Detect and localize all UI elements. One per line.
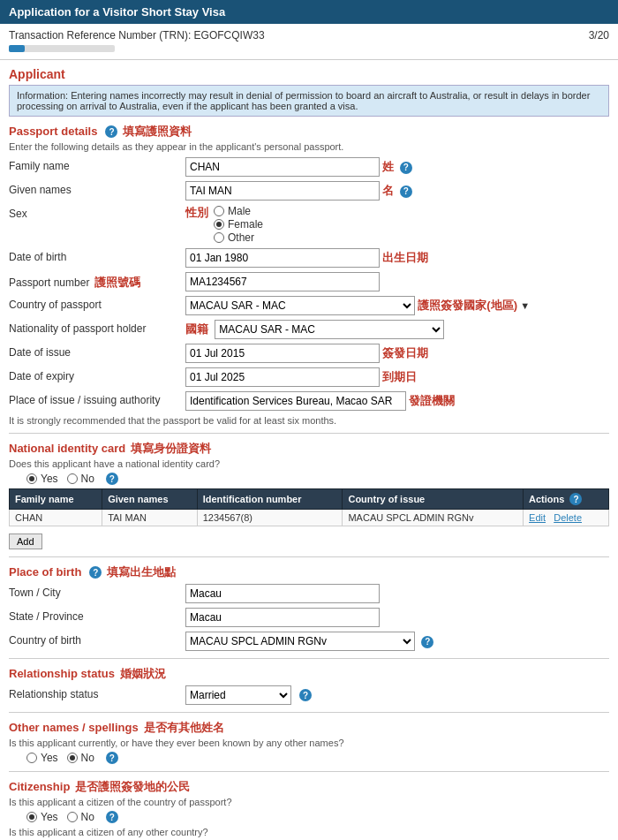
country-passport-label: Country of passport: [9, 296, 185, 311]
national-id-no-radio[interactable]: [67, 473, 78, 484]
citizenship-title: Citizenship: [9, 780, 70, 793]
passport-number-input[interactable]: [185, 272, 380, 291]
relationship-title: Relationship status: [9, 667, 115, 680]
citizenship-question1: Is this applicant a citizen of the count…: [9, 797, 609, 807]
place-birth-title: Place of birth: [9, 565, 81, 579]
state-province-input[interactable]: [185, 608, 380, 627]
nationality-select[interactable]: MACAU SAR - MAC: [215, 320, 444, 339]
national-id-col-country: Country of issue: [343, 489, 524, 510]
passport-number-label: Passport number 護照號碼: [9, 272, 185, 291]
passport-number-annotation: 護照號碼: [94, 276, 140, 289]
date-expiry-value: 到期日: [185, 367, 609, 387]
nationality-annotation: 國籍: [185, 322, 208, 336]
dob-value: 出生日期: [185, 248, 609, 268]
given-names-help-icon[interactable]: ?: [400, 185, 412, 198]
national-id-yes-radio[interactable]: [26, 473, 37, 484]
date-issue-row: Date of issue 簽發日期: [9, 344, 609, 363]
national-id-col-givennames: Given names: [102, 489, 198, 510]
other-names-yes-radio[interactable]: [26, 753, 37, 763]
national-id-add-button[interactable]: Add: [9, 534, 42, 549]
passport-subtitle: Enter the following details as they appe…: [9, 141, 609, 152]
national-id-help-icon[interactable]: ?: [106, 473, 118, 485]
national-id-cell-country: MACAU SPCL ADMIN RGNv: [343, 510, 524, 526]
top-bar: Transaction Reference Number (TRN): EGOF…: [0, 24, 618, 60]
citizenship-help1-icon[interactable]: ?: [106, 811, 118, 823]
citizenship-no1-radio[interactable]: [67, 812, 78, 822]
national-id-cell-idnumber: 1234567(8): [197, 510, 343, 526]
country-passport-select[interactable]: MACAU SAR - MAC: [185, 296, 415, 315]
given-names-row: Given names 名 ?: [9, 181, 609, 201]
dob-row: Date of birth 出生日期: [9, 248, 609, 268]
country-birth-select[interactable]: MACAU SPCL ADMIN RGNv: [185, 632, 415, 651]
relationship-dropdown-wrapper: Married Single Divorced ?: [185, 685, 609, 705]
sex-female-radio[interactable]: [214, 219, 224, 230]
national-id-actions-help[interactable]: ?: [569, 493, 582, 505]
trn-text: Transaction Reference Number (TRN): EGOF…: [9, 29, 265, 42]
national-id-cell-actions: Edit Delete: [524, 510, 609, 526]
date-issue-value: 簽發日期: [185, 344, 609, 363]
place-birth-annotation: 填寫出生地點: [107, 564, 176, 580]
family-name-row: Family name 姓 ?: [9, 157, 609, 177]
passport-number-value: [185, 272, 609, 291]
other-names-title: Other names / spellings: [9, 721, 139, 734]
national-id-section: National identity card 填寫身份證資料 Does this…: [9, 441, 609, 549]
citizenship-question2: Is this applicant a citizen of any other…: [9, 827, 609, 837]
sex-male-option[interactable]: Male: [214, 205, 263, 217]
divider-2: [9, 556, 609, 557]
place-issue-value: 發證機關: [185, 391, 609, 411]
date-expiry-row: Date of expiry 到期日: [9, 367, 609, 387]
family-name-annotation: 姓: [382, 160, 394, 173]
sex-female-option[interactable]: Female: [214, 218, 263, 231]
passport-help-icon[interactable]: ?: [105, 125, 117, 138]
citizenship-yes1-radio[interactable]: [26, 812, 37, 822]
date-expiry-input[interactable]: [185, 367, 380, 387]
national-id-col-idnumber: Identification number: [197, 489, 343, 510]
other-names-help-icon[interactable]: ?: [106, 752, 118, 764]
national-id-table-row: CHAN TAI MAN 1234567(8) MACAU SPCL ADMIN…: [10, 510, 609, 526]
country-birth-label: Country of birth: [9, 632, 185, 647]
other-names-no-radio[interactable]: [67, 753, 78, 763]
citizenship-yesno1: Yes No ?: [9, 811, 609, 823]
national-id-yes[interactable]: Yes: [26, 473, 58, 485]
national-id-yesno: Yes No ?: [9, 473, 609, 485]
family-name-value: 姓 ?: [185, 157, 609, 177]
sex-other-radio[interactable]: [214, 232, 224, 243]
national-id-question: Does this applicant have a national iden…: [9, 458, 609, 469]
sex-other-option[interactable]: Other: [214, 231, 263, 244]
country-passport-value: MACAU SAR - MAC 護照簽發國家(地區) ▼: [185, 296, 609, 315]
relationship-annotation: 婚姻狀況: [120, 666, 166, 682]
relationship-help-icon[interactable]: ?: [299, 689, 312, 701]
place-issue-input[interactable]: [185, 391, 406, 411]
divider-5: [9, 771, 609, 772]
nationality-value: 國籍 MACAU SAR - MAC: [185, 320, 609, 339]
other-names-yesno: Yes No ?: [9, 752, 609, 764]
family-name-label: Family name: [9, 157, 185, 172]
relationship-status-select[interactable]: Married Single Divorced: [185, 685, 291, 705]
given-names-input[interactable]: [185, 181, 380, 201]
place-birth-help-icon[interactable]: ?: [89, 566, 102, 579]
national-id-delete-link[interactable]: Delete: [554, 512, 582, 523]
citizenship-annotation: 是否護照簽發地的公民: [75, 779, 190, 795]
date-issue-input[interactable]: [185, 344, 380, 363]
sex-male-radio[interactable]: [214, 206, 224, 216]
sex-radio-group: Male Female Other: [214, 205, 263, 244]
citizenship-no1[interactable]: No: [67, 811, 94, 823]
citizenship-yes1[interactable]: Yes: [26, 811, 58, 823]
national-id-title: National identity card: [9, 442, 125, 455]
national-id-no[interactable]: No: [67, 473, 94, 485]
town-city-value: [185, 584, 609, 603]
country-passport-annotation: 護照簽發國家(地區): [418, 299, 517, 312]
other-names-yes[interactable]: Yes: [26, 752, 58, 764]
dob-annotation: 出生日期: [382, 251, 428, 264]
national-id-edit-link[interactable]: Edit: [529, 512, 546, 523]
town-city-input[interactable]: [185, 584, 380, 603]
dob-input[interactable]: [185, 248, 380, 268]
family-name-help-icon[interactable]: ?: [400, 162, 412, 174]
place-issue-annotation: 發證機關: [409, 394, 455, 407]
town-city-label: Town / City: [9, 584, 185, 599]
other-names-annotation: 是否有其他姓名: [144, 720, 224, 736]
applicant-heading: Applicant: [9, 67, 609, 81]
family-name-input[interactable]: [185, 157, 380, 177]
other-names-no[interactable]: No: [67, 752, 94, 764]
country-birth-help-icon[interactable]: ?: [421, 636, 433, 648]
